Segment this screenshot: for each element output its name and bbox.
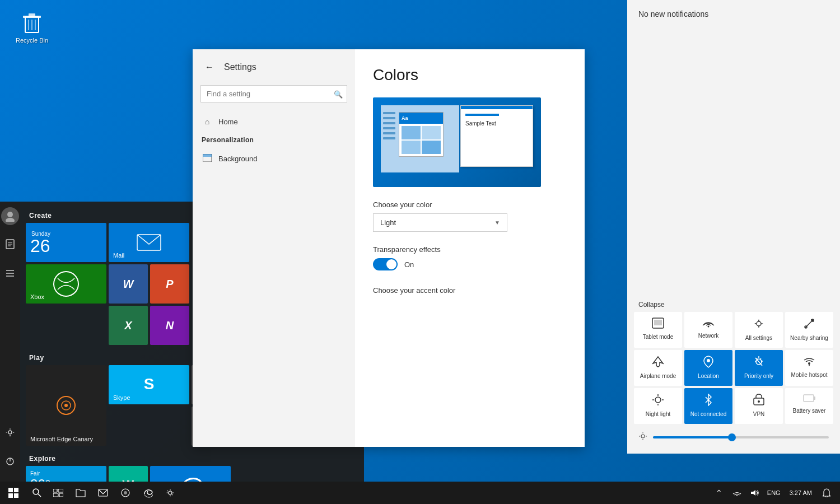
svg-point-49 <box>757 321 761 326</box>
transparency-group: Transparency effects On <box>373 245 567 270</box>
taskbar-clock[interactable]: 3:27 AM <box>784 482 818 504</box>
notification-button[interactable] <box>818 482 836 504</box>
qa-bluetooth[interactable]: Not connected <box>684 388 732 424</box>
tile-mail[interactable]: Mail <box>109 223 189 262</box>
taskbar-right: ⌃ ENG 3:27 AM <box>710 482 840 504</box>
tile-excel[interactable]: X <box>109 306 148 345</box>
tile-xbox[interactable]: Xbox <box>26 264 106 304</box>
choose-color-label: Choose your color <box>373 200 567 209</box>
taskbar-cortana[interactable] <box>114 482 137 504</box>
sidebar-icon-settings[interactable] <box>0 422 20 442</box>
system-tray-arrow[interactable]: ⌃ <box>710 482 728 504</box>
brightness-fill <box>653 436 732 438</box>
svg-point-22 <box>64 404 68 407</box>
svg-point-48 <box>708 326 710 328</box>
tile-word-icon: W <box>123 278 134 291</box>
preview-title-bar <box>465 114 499 116</box>
taskbar-task-view[interactable] <box>47 482 69 504</box>
action-center-title: No new notifications <box>638 10 708 18</box>
recycle-bin-label: Recycle Bin <box>16 37 48 44</box>
color-dropdown[interactable]: Light ▼ <box>373 213 507 232</box>
brightness-row <box>634 427 833 447</box>
qa-network[interactable]: Network <box>684 312 732 348</box>
preview-dialog-content: Sample Text <box>461 111 533 129</box>
svg-rect-73 <box>8 493 13 498</box>
toggle-knob <box>386 259 396 269</box>
collapse-button[interactable]: Collapse <box>634 296 833 312</box>
qa-night-label: Night light <box>646 411 670 417</box>
svg-rect-79 <box>53 493 58 497</box>
qa-mobile-hotspot[interactable]: Mobile hotspot <box>785 350 833 386</box>
settings-search-container: 🔍 <box>200 85 347 102</box>
background-icon <box>202 154 213 164</box>
svg-rect-47 <box>654 320 662 325</box>
taskbar-file-explorer[interactable] <box>69 482 92 504</box>
volume-icon[interactable] <box>746 482 764 504</box>
quick-actions-area: Collapse Tablet mode Network <box>627 290 840 454</box>
qa-network-label: Network <box>698 333 719 339</box>
preview-window-left: Aa <box>381 105 459 172</box>
tile-mail-label: Mail <box>113 252 124 259</box>
qa-tablet-label: Tablet mode <box>643 334 673 340</box>
settings-back-button[interactable]: ← <box>202 59 217 75</box>
settings-search-input[interactable] <box>200 85 347 102</box>
start-button[interactable] <box>0 482 27 504</box>
svg-rect-77 <box>53 489 57 492</box>
settings-nav-home[interactable]: ⌂ Home <box>193 111 355 132</box>
recycle-bin[interactable]: Recycle Bin <box>16 10 48 44</box>
qa-nearby-sharing[interactable]: Nearby sharing <box>785 312 833 348</box>
settings-search-icon: 🔍 <box>334 90 343 98</box>
hotspot-icon <box>803 356 815 370</box>
svg-point-63 <box>758 400 760 403</box>
tablet-mode-icon <box>652 318 664 332</box>
svg-rect-65 <box>814 396 815 400</box>
taskbar-mail[interactable] <box>92 482 114 504</box>
svg-rect-78 <box>58 489 63 492</box>
sidebar-icon-power[interactable] <box>0 451 20 472</box>
desktop: Recycle Bin <box>0 0 840 504</box>
svg-point-84 <box>169 491 172 494</box>
settings-content: Colors <box>355 49 585 447</box>
language-indicator[interactable]: ENG <box>764 489 784 496</box>
tile-edge-canary[interactable]: Microsoft Edge Canary <box>26 365 106 446</box>
taskbar-edge[interactable] <box>137 482 159 504</box>
tile-onenote[interactable]: N <box>150 306 189 345</box>
taskbar-search-button[interactable] <box>27 482 47 504</box>
priority-icon <box>753 356 764 371</box>
brightness-handle <box>728 433 736 441</box>
svg-point-6 <box>7 212 13 217</box>
qa-airplane[interactable]: Airplane mode <box>634 350 682 386</box>
settings-section-title: Personalization <box>193 132 355 148</box>
tile-calendar[interactable]: Sunday 26 <box>26 223 106 262</box>
user-avatar[interactable] <box>1 207 19 225</box>
chevron-down-icon: ▼ <box>494 220 500 226</box>
transparency-toggle[interactable] <box>373 258 398 270</box>
svg-rect-71 <box>8 488 13 492</box>
settings-nav-header: ← Settings <box>193 49 355 85</box>
network-status-icon[interactable] <box>728 482 746 504</box>
home-icon: ⌂ <box>202 117 213 126</box>
qa-battery-saver[interactable]: Battery saver <box>785 388 833 424</box>
tile-word[interactable]: W <box>109 264 148 304</box>
settings-nav-background[interactable]: Background <box>193 148 355 169</box>
action-center: No new notifications Collapse Tablet mod… <box>627 0 840 454</box>
settings-panel: ← Settings 🔍 ⌂ Home Personalization Back… <box>193 49 585 447</box>
qa-vpn[interactable]: VPN <box>735 388 783 424</box>
tile-skype[interactable]: S Skype <box>109 365 189 404</box>
svg-point-15 <box>8 431 12 434</box>
sidebar-icon-documents[interactable] <box>0 234 20 254</box>
qa-location[interactable]: Location <box>684 350 732 386</box>
qa-tablet-mode[interactable]: Tablet mode <box>634 312 682 348</box>
svg-rect-45 <box>203 154 212 157</box>
preview-sidebar <box>383 112 395 139</box>
sidebar-icon-list[interactable] <box>0 263 20 283</box>
qa-all-settings[interactable]: All settings <box>735 312 783 348</box>
qa-night-light[interactable]: Night light <box>634 388 682 424</box>
recycle-bin-icon <box>21 10 43 35</box>
location-icon <box>703 356 713 371</box>
brightness-slider[interactable] <box>653 436 829 438</box>
settings-icon <box>753 318 765 333</box>
taskbar-settings[interactable] <box>159 482 181 504</box>
qa-priority[interactable]: Priority only <box>735 350 783 386</box>
tile-ppt[interactable]: P <box>150 264 189 304</box>
